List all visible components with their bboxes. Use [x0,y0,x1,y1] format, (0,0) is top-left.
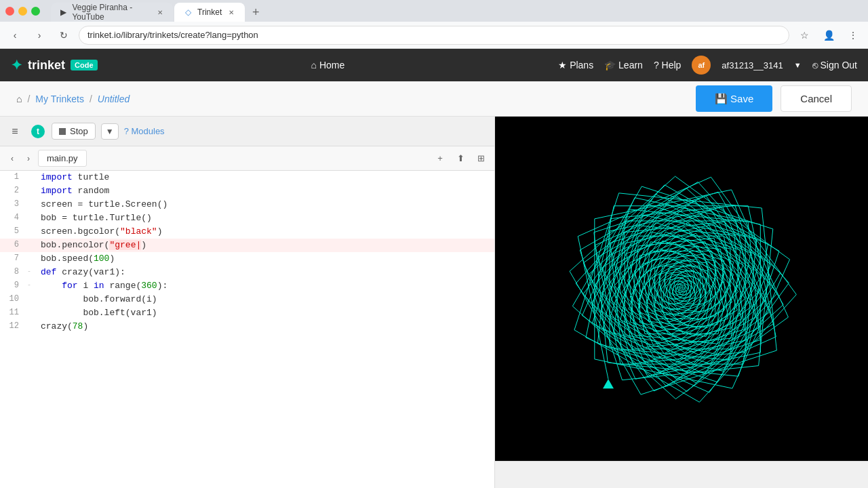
trinket-logo-small: t [30,123,46,140]
app-nav: ⌂ Home [311,60,345,70]
traffic-light-green[interactable] [31,7,40,16]
nav-back-button[interactable]: ‹ [5,26,24,45]
line-content: bob.forward(i) [38,293,494,306]
nav-plans[interactable]: ★ Plans [558,60,593,70]
breadcrumb: ⌂ / My Trinkets / Untitled [16,94,130,104]
line-content: bob.left(var1) [38,306,494,320]
cancel-button[interactable]: Cancel [781,85,852,112]
table-row: 5 screen.bgcolor("black") [0,225,494,239]
table-row: 11 bob.left(var1) [0,306,494,320]
trinket-icon: t [30,123,46,140]
traffic-light-red[interactable] [5,7,14,16]
table-row: 3 screen = turtle.Screen() [0,198,494,211]
nav-learn[interactable]: 🎓 Learn [604,60,643,70]
tab-favicon-trinket: ◇ [182,7,193,18]
output-canvas [495,117,868,461]
breadcrumb-sep-2: / [90,94,92,104]
save-button[interactable]: 💾 Save [696,85,772,112]
table-row: 6 bob.pencolor("gree|) [0,239,494,252]
line-content: import turtle [38,171,494,184]
browser-titlebar: ▶ Veggie Piranha - YouTube ✕ ◇ Trinket ✕… [0,0,868,22]
line-fold [27,171,38,184]
svg-text:t: t [37,127,39,136]
line-number: 4 [0,211,27,225]
user-account-button[interactable]: 👤 [819,26,838,45]
user-avatar: af [692,56,711,75]
breadcrumb-actions: 💾 Save Cancel [696,85,852,112]
turtle-canvas [536,143,827,434]
stop-label: Stop [70,126,88,136]
line-content: import random [38,184,494,198]
stop-icon [59,128,66,135]
line-fold [27,225,38,239]
line-content: screen.bgcolor("black") [38,225,494,239]
modules-button[interactable]: ? Modules [124,126,165,136]
traffic-light-yellow[interactable] [18,7,27,16]
app-logo: ✦ trinket Code [11,57,98,73]
traffic-lights [5,7,40,16]
line-content: for i in range(360): [38,279,494,293]
file-tabs: ‹ › main.py + ⬆ ⊞ [0,146,494,171]
address-bar[interactable]: trinket.io/library/trinkets/create?lang=… [79,26,789,45]
line-fold [27,239,38,252]
browser-tab-trinket[interactable]: ◇ Trinket ✕ [174,3,245,22]
nav-forward-button[interactable]: › [30,26,49,45]
line-number: 1 [0,171,27,184]
add-file-button[interactable]: + [432,150,448,167]
new-tab-button[interactable]: + [246,3,265,22]
tab-label-trinket: Trinket [197,7,222,17]
user-dropdown-icon[interactable]: ▼ [794,61,802,69]
tab-close-veggie[interactable]: ✕ [156,7,165,18]
modules-label: ? Modules [124,126,165,136]
nav-home[interactable]: ⌂ Home [311,60,345,70]
nav-help[interactable]: ? Help [654,60,681,70]
line-fold [27,306,38,320]
dropdown-button[interactable]: ▼ [101,123,119,140]
breadcrumb-current: Untitled [98,94,130,104]
table-row: 4 bob = turtle.Turtle() [0,211,494,225]
upload-file-button[interactable]: ⬆ [452,150,469,167]
line-fold [27,252,38,266]
output-panel [495,117,868,488]
nav-reload-button[interactable]: ↻ [54,26,73,45]
line-fold: - [27,279,38,293]
breadcrumb-sep-1: / [27,94,30,104]
line-number: 5 [0,225,27,239]
line-number: 12 [0,320,27,333]
sign-out-link[interactable]: ⎋ Sign Out [812,60,857,70]
tab-favicon-veggie: ▶ [59,7,68,18]
line-number: 6 [0,239,27,252]
browser-tabs: ▶ Veggie Piranha - YouTube ✕ ◇ Trinket ✕… [51,0,265,22]
browser-toolbar: ‹ › ↻ trinket.io/library/trinkets/create… [0,22,868,49]
line-number: 11 [0,306,27,320]
logo-icon: ✦ [11,57,22,73]
line-number: 2 [0,184,27,198]
hamburger-button[interactable]: ≡ [5,122,24,141]
tab-close-trinket[interactable]: ✕ [226,7,237,18]
bookmark-button[interactable]: ☆ [795,26,814,45]
menu-button[interactable]: ⋮ [844,26,863,45]
line-number: 9 [0,279,27,293]
line-content: crazy(78) [38,320,494,333]
settings-file-button[interactable]: ⊞ [473,150,489,167]
breadcrumb-my-trinkets[interactable]: My Trinkets [35,94,84,104]
line-fold [27,198,38,211]
user-name: af31213__3141 [722,60,783,70]
main-area: ≡ t Stop ▼ ? Modules ‹ [0,117,868,488]
line-number: 3 [0,198,27,211]
nav-prev-arrow[interactable]: ‹ [5,152,19,165]
stop-button[interactable]: Stop [52,123,96,140]
user-area: ★ Plans 🎓 Learn ? Help af af31213__3141 … [558,56,857,75]
nav-next-arrow[interactable]: › [22,152,35,165]
app-header: ✦ trinket Code ⌂ Home ★ Plans 🎓 Learn ? … [0,49,868,81]
browser-tab-veggie[interactable]: ▶ Veggie Piranha - YouTube ✕ [51,3,173,22]
line-content: bob = turtle.Turtle() [38,211,494,225]
code-editor[interactable]: 1 import turtle 2 import random 3 screen… [0,171,494,488]
table-row: 2 import random [0,184,494,198]
table-row: 8 - def crazy(var1): [0,266,494,279]
line-fold [27,211,38,225]
line-number: 7 [0,252,27,266]
file-tab-main[interactable]: main.py [38,150,87,167]
breadcrumb-home-icon[interactable]: ⌂ [16,94,22,104]
file-tab-actions: + ⬆ ⊞ [432,150,489,167]
